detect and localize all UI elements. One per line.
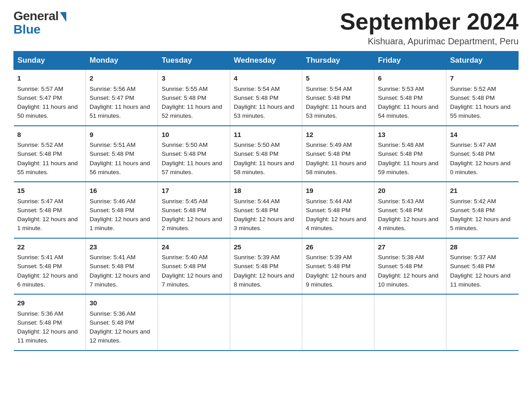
month-year-title: September 2024 bbox=[340, 9, 519, 34]
day-number: 29 bbox=[17, 298, 82, 308]
calendar-week-row: 1Sunrise: 5:57 AMSunset: 5:47 PMDaylight… bbox=[14, 70, 519, 126]
day-number: 2 bbox=[90, 73, 154, 84]
calendar-cell: 29Sunrise: 5:36 AMSunset: 5:48 PMDayligh… bbox=[14, 294, 86, 351]
logo-blue-text: Blue bbox=[13, 22, 41, 37]
logo-arrow-icon bbox=[60, 12, 66, 22]
calendar-cell: 11Sunrise: 5:50 AMSunset: 5:48 PMDayligh… bbox=[230, 126, 302, 182]
day-number: 6 bbox=[378, 73, 442, 84]
title-block: September 2024 Kishuara, Apurimac Depart… bbox=[340, 9, 519, 47]
calendar-cell: 21Sunrise: 5:42 AMSunset: 5:48 PMDayligh… bbox=[446, 182, 519, 238]
day-number: 11 bbox=[234, 130, 298, 140]
calendar-cell bbox=[230, 294, 302, 351]
calendar-week-row: 8Sunrise: 5:52 AMSunset: 5:48 PMDaylight… bbox=[14, 126, 519, 182]
calendar-cell: 16Sunrise: 5:46 AMSunset: 5:48 PMDayligh… bbox=[86, 182, 158, 238]
day-number: 28 bbox=[450, 242, 515, 253]
day-number: 19 bbox=[306, 186, 370, 196]
calendar-cell: 28Sunrise: 5:37 AMSunset: 5:48 PMDayligh… bbox=[446, 238, 519, 295]
calendar-cell: 26Sunrise: 5:39 AMSunset: 5:48 PMDayligh… bbox=[302, 238, 374, 295]
calendar-cell: 9Sunrise: 5:51 AMSunset: 5:48 PMDaylight… bbox=[86, 126, 158, 182]
calendar-cell: 14Sunrise: 5:47 AMSunset: 5:48 PMDayligh… bbox=[446, 126, 519, 182]
header-sunday: Sunday bbox=[14, 51, 86, 70]
calendar-cell: 13Sunrise: 5:48 AMSunset: 5:48 PMDayligh… bbox=[374, 126, 446, 182]
calendar-cell: 12Sunrise: 5:49 AMSunset: 5:48 PMDayligh… bbox=[302, 126, 374, 182]
day-number: 25 bbox=[234, 242, 298, 253]
calendar-cell: 30Sunrise: 5:36 AMSunset: 5:48 PMDayligh… bbox=[86, 294, 158, 351]
calendar-cell: 23Sunrise: 5:41 AMSunset: 5:48 PMDayligh… bbox=[86, 238, 158, 295]
day-number: 22 bbox=[17, 242, 82, 253]
calendar-cell: 25Sunrise: 5:39 AMSunset: 5:48 PMDayligh… bbox=[230, 238, 302, 295]
day-number: 23 bbox=[90, 242, 154, 253]
day-number: 27 bbox=[378, 242, 442, 253]
header-thursday: Thursday bbox=[302, 51, 374, 70]
day-number: 18 bbox=[234, 186, 298, 196]
header-monday: Monday bbox=[86, 51, 158, 70]
day-number: 12 bbox=[306, 130, 370, 140]
header-saturday: Saturday bbox=[446, 51, 519, 70]
day-number: 1 bbox=[17, 73, 82, 84]
calendar-cell: 19Sunrise: 5:44 AMSunset: 5:48 PMDayligh… bbox=[302, 182, 374, 238]
logo-general-text: General bbox=[13, 9, 59, 23]
calendar-cell: 20Sunrise: 5:43 AMSunset: 5:48 PMDayligh… bbox=[374, 182, 446, 238]
calendar-cell: 5Sunrise: 5:54 AMSunset: 5:48 PMDaylight… bbox=[302, 70, 374, 126]
calendar-table: SundayMondayTuesdayWednesdayThursdayFrid… bbox=[13, 51, 519, 351]
calendar-cell: 27Sunrise: 5:38 AMSunset: 5:48 PMDayligh… bbox=[374, 238, 446, 295]
day-number: 13 bbox=[378, 130, 442, 140]
day-number: 24 bbox=[162, 242, 226, 253]
day-number: 8 bbox=[17, 130, 82, 140]
calendar-week-row: 29Sunrise: 5:36 AMSunset: 5:48 PMDayligh… bbox=[14, 294, 519, 351]
day-number: 9 bbox=[90, 130, 154, 140]
calendar-cell: 1Sunrise: 5:57 AMSunset: 5:47 PMDaylight… bbox=[14, 70, 86, 126]
day-number: 15 bbox=[17, 186, 82, 196]
day-number: 30 bbox=[90, 298, 154, 308]
day-number: 7 bbox=[450, 73, 515, 84]
calendar-week-row: 22Sunrise: 5:41 AMSunset: 5:48 PMDayligh… bbox=[14, 238, 519, 295]
calendar-cell: 24Sunrise: 5:40 AMSunset: 5:48 PMDayligh… bbox=[158, 238, 230, 295]
header-tuesday: Tuesday bbox=[158, 51, 230, 70]
day-number: 10 bbox=[162, 130, 226, 140]
calendar-cell: 15Sunrise: 5:47 AMSunset: 5:48 PMDayligh… bbox=[14, 182, 86, 238]
calendar-cell: 18Sunrise: 5:44 AMSunset: 5:48 PMDayligh… bbox=[230, 182, 302, 238]
calendar-week-row: 15Sunrise: 5:47 AMSunset: 5:48 PMDayligh… bbox=[14, 182, 519, 238]
calendar-cell: 10Sunrise: 5:50 AMSunset: 5:48 PMDayligh… bbox=[158, 126, 230, 182]
header-friday: Friday bbox=[374, 51, 446, 70]
day-number: 17 bbox=[162, 186, 226, 196]
calendar-cell: 17Sunrise: 5:45 AMSunset: 5:48 PMDayligh… bbox=[158, 182, 230, 238]
days-header-row: SundayMondayTuesdayWednesdayThursdayFrid… bbox=[14, 51, 519, 70]
day-number: 4 bbox=[234, 73, 298, 84]
day-number: 3 bbox=[162, 73, 226, 84]
calendar-cell bbox=[302, 294, 374, 351]
calendar-cell bbox=[158, 294, 230, 351]
calendar-cell: 6Sunrise: 5:53 AMSunset: 5:48 PMDaylight… bbox=[374, 70, 446, 126]
day-number: 16 bbox=[90, 186, 154, 196]
calendar-cell: 3Sunrise: 5:55 AMSunset: 5:48 PMDaylight… bbox=[158, 70, 230, 126]
calendar-cell bbox=[446, 294, 519, 351]
page-header: General Blue September 2024 Kishuara, Ap… bbox=[13, 9, 519, 47]
calendar-cell: 7Sunrise: 5:52 AMSunset: 5:48 PMDaylight… bbox=[446, 70, 519, 126]
logo: General Blue bbox=[13, 9, 66, 37]
header-wednesday: Wednesday bbox=[230, 51, 302, 70]
calendar-cell: 8Sunrise: 5:52 AMSunset: 5:48 PMDaylight… bbox=[14, 126, 86, 182]
location-subtitle: Kishuara, Apurimac Department, Peru bbox=[340, 36, 519, 47]
day-number: 26 bbox=[306, 242, 370, 253]
day-number: 5 bbox=[306, 73, 370, 84]
day-number: 21 bbox=[450, 186, 515, 196]
calendar-cell: 2Sunrise: 5:56 AMSunset: 5:47 PMDaylight… bbox=[86, 70, 158, 126]
calendar-cell bbox=[374, 294, 446, 351]
day-number: 14 bbox=[450, 130, 515, 140]
day-number: 20 bbox=[378, 186, 442, 196]
calendar-cell: 4Sunrise: 5:54 AMSunset: 5:48 PMDaylight… bbox=[230, 70, 302, 126]
calendar-cell: 22Sunrise: 5:41 AMSunset: 5:48 PMDayligh… bbox=[14, 238, 86, 295]
